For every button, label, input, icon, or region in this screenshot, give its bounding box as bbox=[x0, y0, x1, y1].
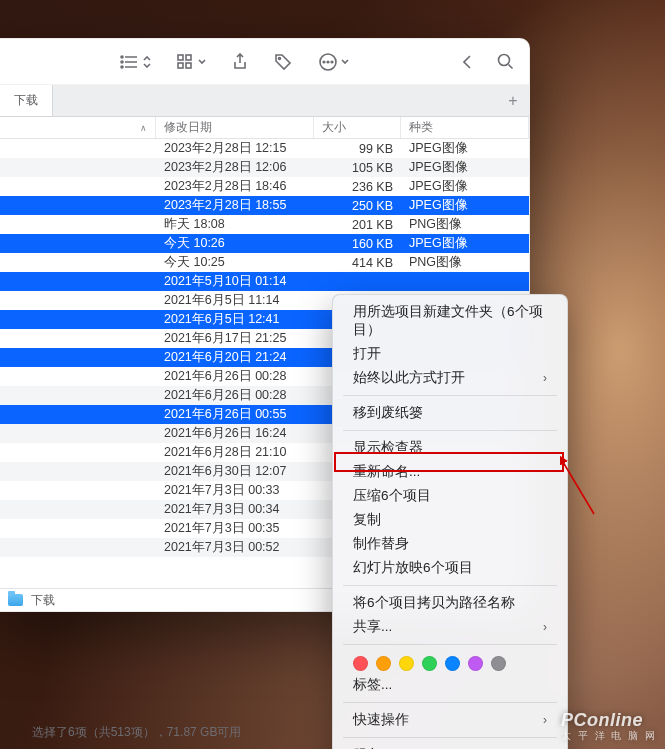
cell-date: 2021年7月3日 00:52 bbox=[156, 539, 314, 556]
tag-color-dot[interactable] bbox=[399, 656, 414, 671]
tag-color-dot[interactable] bbox=[353, 656, 368, 671]
file-row[interactable]: 昨天 18:08201 KBPNG图像 bbox=[0, 215, 529, 234]
watermark-brand: PConline bbox=[561, 710, 643, 730]
menu-item-label: 共享... bbox=[353, 618, 392, 636]
menu-item-label: 快速操作 bbox=[353, 711, 409, 729]
cell-date: 2021年6月26日 16:24 bbox=[156, 425, 314, 442]
tab-bar: 下载 + bbox=[0, 85, 529, 117]
toolbar bbox=[0, 39, 529, 85]
column-header-name[interactable]: ∧ bbox=[0, 117, 156, 138]
svg-rect-5 bbox=[178, 63, 183, 68]
svg-point-10 bbox=[327, 61, 329, 63]
menu-item[interactable]: 幻灯片放映6个项目 bbox=[333, 556, 567, 580]
svg-rect-4 bbox=[186, 55, 191, 60]
cell-date: 2021年6月26日 00:55 bbox=[156, 406, 314, 423]
cell-size: 105 KB bbox=[314, 161, 401, 175]
file-row[interactable]: 2023年2月28日 12:1599 KBJPEG图像 bbox=[0, 139, 529, 158]
cell-date: 今天 10:25 bbox=[156, 254, 314, 271]
menu-item[interactable]: 共享...› bbox=[333, 615, 567, 639]
menu-item[interactable]: 压缩6个项目 bbox=[333, 484, 567, 508]
watermark: PConline 太 平 洋 电 脑 网 bbox=[561, 710, 657, 743]
cell-size: 414 KB bbox=[314, 256, 401, 270]
cell-date: 2021年5月10日 01:14 bbox=[156, 273, 314, 290]
cell-kind: JPEG图像 bbox=[401, 235, 529, 252]
column-header-date[interactable]: 修改日期 bbox=[156, 117, 314, 138]
file-row[interactable]: 2023年2月28日 12:06105 KBJPEG图像 bbox=[0, 158, 529, 177]
chevron-updown-icon bbox=[143, 56, 151, 68]
tag-color-dot[interactable] bbox=[422, 656, 437, 671]
cell-date: 昨天 18:08 bbox=[156, 216, 314, 233]
file-row[interactable]: 2023年2月28日 18:55250 KBJPEG图像 bbox=[0, 196, 529, 215]
file-row[interactable]: 2021年5月10日 01:14 bbox=[0, 272, 529, 291]
sort-indicator: ∧ bbox=[140, 123, 147, 133]
menu-item-label: 用所选项目新建文件夹（6个项目） bbox=[353, 303, 547, 339]
plus-icon: + bbox=[508, 92, 517, 110]
cell-kind: JPEG图像 bbox=[401, 159, 529, 176]
menu-item[interactable]: 标签... bbox=[333, 673, 567, 697]
tag-color-dot[interactable] bbox=[491, 656, 506, 671]
column-header-kind[interactable]: 种类 bbox=[401, 117, 529, 138]
folder-icon bbox=[8, 594, 23, 606]
tag-color-dot[interactable] bbox=[445, 656, 460, 671]
cell-date: 2023年2月28日 12:15 bbox=[156, 140, 314, 157]
file-row[interactable]: 今天 10:25414 KBPNG图像 bbox=[0, 253, 529, 272]
menu-item[interactable]: 显示检查器 bbox=[333, 436, 567, 460]
tag-color-dot[interactable] bbox=[468, 656, 483, 671]
cell-size: 160 KB bbox=[314, 237, 401, 251]
path-label[interactable]: 下载 bbox=[31, 592, 55, 609]
menu-item[interactable]: 服务› bbox=[333, 743, 567, 749]
cell-kind: PNG图像 bbox=[401, 254, 529, 271]
more-button[interactable] bbox=[318, 52, 349, 72]
menu-item[interactable]: 始终以此方式打开› bbox=[333, 366, 567, 390]
cell-size: 236 KB bbox=[314, 180, 401, 194]
menu-item[interactable]: 制作替身 bbox=[333, 532, 567, 556]
menu-item[interactable]: 重新命名... bbox=[333, 460, 567, 484]
tags-button[interactable] bbox=[274, 53, 292, 71]
show-toolbar-button[interactable] bbox=[463, 55, 471, 69]
cell-date: 2021年6月26日 00:28 bbox=[156, 387, 314, 404]
cell-date: 2021年7月3日 00:34 bbox=[156, 501, 314, 518]
search-button[interactable] bbox=[497, 53, 515, 71]
svg-point-12 bbox=[499, 54, 510, 65]
cell-kind: JPEG图像 bbox=[401, 197, 529, 214]
tab-downloads[interactable]: 下载 bbox=[0, 85, 53, 116]
cell-date: 2023年2月28日 18:55 bbox=[156, 197, 314, 214]
tag-color-dot[interactable] bbox=[376, 656, 391, 671]
share-button[interactable] bbox=[232, 53, 248, 71]
watermark-sub: 太 平 洋 电 脑 网 bbox=[561, 729, 657, 743]
menu-item-label: 标签... bbox=[353, 676, 392, 694]
cell-date: 2021年6月30日 12:07 bbox=[156, 463, 314, 480]
view-mode-button[interactable] bbox=[120, 54, 151, 70]
arrange-button[interactable] bbox=[177, 54, 206, 70]
menu-item-label: 显示检查器 bbox=[353, 439, 423, 457]
cell-date: 2021年6月5日 12:41 bbox=[156, 311, 314, 328]
menu-item[interactable]: 快速操作› bbox=[333, 708, 567, 732]
menu-item-label: 重新命名... bbox=[353, 463, 420, 481]
svg-point-7 bbox=[279, 57, 281, 59]
cell-date: 2023年2月28日 18:46 bbox=[156, 178, 314, 195]
menu-item-label: 幻灯片放映6个项目 bbox=[353, 559, 473, 577]
cell-date: 2021年6月20日 21:24 bbox=[156, 349, 314, 366]
menu-item[interactable]: 用所选项目新建文件夹（6个项目） bbox=[333, 300, 567, 342]
menu-item-label: 移到废纸篓 bbox=[353, 404, 423, 422]
menu-item-label: 复制 bbox=[353, 511, 381, 529]
file-row[interactable]: 2023年2月28日 18:46236 KBJPEG图像 bbox=[0, 177, 529, 196]
cell-date: 2021年6月26日 00:28 bbox=[156, 368, 314, 385]
file-row[interactable]: 今天 10:26160 KBJPEG图像 bbox=[0, 234, 529, 253]
context-menu[interactable]: 用所选项目新建文件夹（6个项目）打开始终以此方式打开›移到废纸篓显示检查器重新命… bbox=[332, 294, 568, 749]
chevron-down-icon bbox=[341, 58, 349, 66]
menu-item[interactable]: 复制 bbox=[333, 508, 567, 532]
menu-item-label: 将6个项目拷贝为路径名称 bbox=[353, 594, 515, 612]
menu-item-label: 打开 bbox=[353, 345, 381, 363]
cell-kind: JPEG图像 bbox=[401, 140, 529, 157]
cell-date: 2021年6月28日 21:10 bbox=[156, 444, 314, 461]
menu-item[interactable]: 移到废纸篓 bbox=[333, 401, 567, 425]
new-tab-button[interactable]: + bbox=[497, 85, 529, 116]
column-header-size[interactable]: 大小 bbox=[314, 117, 401, 138]
menu-item[interactable]: 打开 bbox=[333, 342, 567, 366]
tab-label: 下载 bbox=[14, 92, 38, 109]
chevron-down-icon bbox=[198, 58, 206, 66]
cell-date: 2021年7月3日 00:33 bbox=[156, 482, 314, 499]
menu-item[interactable]: 将6个项目拷贝为路径名称 bbox=[333, 591, 567, 615]
status-bar: 选择了6项（共513项），71.87 GB可用 bbox=[32, 724, 241, 741]
